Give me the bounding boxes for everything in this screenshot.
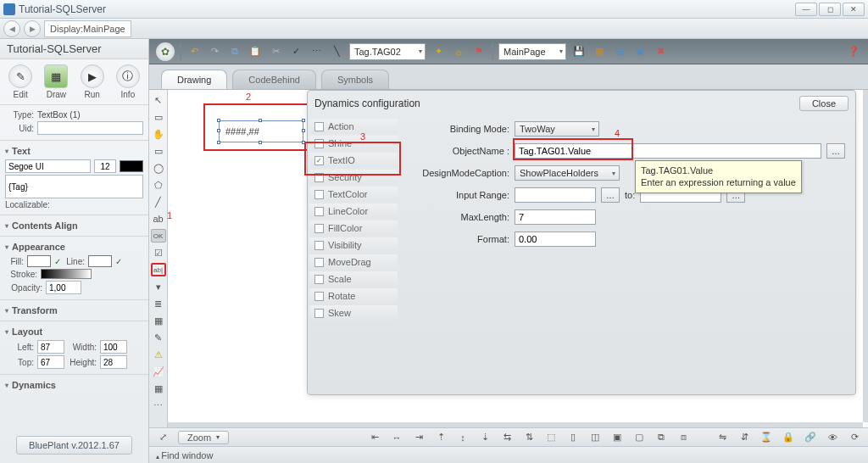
tab-symbols[interactable]: Symbols <box>321 70 389 89</box>
tag-expr-input[interactable] <box>5 175 143 198</box>
dialog-close-button[interactable]: Close <box>799 96 849 111</box>
font-color-swatch[interactable] <box>120 160 143 172</box>
edit-mode-button[interactable]: ✎Edit <box>8 64 32 99</box>
undo-button[interactable]: ↶ <box>186 44 202 59</box>
line-swatch[interactable] <box>88 255 112 267</box>
format-input[interactable] <box>515 232 596 247</box>
same-width-icon[interactable]: ⬚ <box>544 431 558 444</box>
fill-swatch[interactable] <box>27 255 51 267</box>
dots-button[interactable]: ⋯ <box>309 44 324 59</box>
ungroup-icon[interactable]: ⧈ <box>676 431 690 444</box>
close-button[interactable]: ✕ <box>843 3 865 16</box>
hourglass-icon[interactable]: ⌛ <box>760 431 773 444</box>
grid-tool[interactable]: ▦ <box>151 382 166 395</box>
send-back-icon[interactable]: ▢ <box>632 431 646 444</box>
button-tool[interactable]: OK <box>151 229 166 243</box>
range-from-input[interactable] <box>515 187 596 203</box>
grid-button[interactable]: ▦ <box>592 44 607 59</box>
copy-button[interactable]: ⧉ <box>227 44 242 59</box>
check-button[interactable]: ✓ <box>288 44 303 59</box>
dynamics-head[interactable]: Dynamics <box>5 378 143 392</box>
layout-head[interactable]: Layout <box>5 325 143 338</box>
delete-button[interactable]: ✖ <box>653 44 668 59</box>
list-tool[interactable]: ≣ <box>151 297 166 310</box>
find-bar[interactable]: Find window <box>149 446 868 463</box>
screen-icon[interactable]: ▣ <box>632 44 648 59</box>
canvas-scroll-horizontal[interactable] <box>168 422 863 427</box>
canvas-scroll-vertical[interactable] <box>863 90 868 422</box>
height-input[interactable] <box>100 355 127 369</box>
dyn-visibility[interactable]: Visibility <box>309 237 398 253</box>
hand-tool[interactable]: ✋ <box>151 127 166 141</box>
left-input[interactable] <box>37 340 64 354</box>
uid-input[interactable] <box>37 121 143 135</box>
pen-tool[interactable]: ✎ <box>151 331 166 344</box>
label-tool[interactable]: ab <box>151 212 166 226</box>
dyn-movedrag[interactable]: MoveDrag <box>309 254 398 270</box>
dyn-fillcolor[interactable]: FillColor <box>309 220 398 236</box>
flip-h-icon[interactable]: ⇋ <box>715 431 729 444</box>
tab-codebehind[interactable]: CodeBehind <box>232 70 316 89</box>
dyn-textcolor[interactable]: TextColor <box>309 187 398 202</box>
fontsize-input[interactable] <box>94 159 116 173</box>
run-mode-button[interactable]: ▶Run <box>81 64 104 99</box>
appearance-head[interactable]: Appearance <box>5 240 143 254</box>
opacity-input[interactable] <box>46 281 81 294</box>
dyn-skew[interactable]: Skew <box>309 305 398 321</box>
design-caption-select[interactable]: ShowPlaceHolders <box>515 165 620 181</box>
breadcrumb[interactable]: Display:MainPage <box>44 20 131 37</box>
combo-tool[interactable]: ▾ <box>151 280 166 293</box>
line-tool[interactable]: ╱ <box>151 195 166 209</box>
dyn-rotate[interactable]: Rotate <box>309 288 398 304</box>
page-dropdown[interactable]: MainPage <box>498 43 566 60</box>
paste-button[interactable]: 📋 <box>248 44 263 59</box>
draw-mode-button[interactable]: ▦Draw <box>44 64 68 99</box>
align-top-icon[interactable]: ⇡ <box>434 431 448 444</box>
page-icon[interactable]: ▤ <box>612 44 627 59</box>
nav-back-button[interactable]: ◀ <box>3 20 20 37</box>
image-tool[interactable]: ▦ <box>151 314 166 327</box>
align-bottom-icon[interactable]: ⇣ <box>478 431 492 444</box>
minimize-button[interactable]: — <box>795 3 817 16</box>
binding-mode-select[interactable]: TwoWay <box>515 121 599 137</box>
chart-tool[interactable]: 📈 <box>151 365 166 378</box>
maximize-button[interactable]: ◻ <box>819 3 841 16</box>
checkbox-tool[interactable]: ☑ <box>151 246 166 259</box>
pointer-tool[interactable]: ↖ <box>151 93 166 107</box>
flip-v-icon[interactable]: ⇵ <box>737 431 751 444</box>
misc-tool[interactable]: ⋯ <box>151 399 166 412</box>
polygon-tool[interactable]: ⬠ <box>151 178 166 192</box>
align-center-h-icon[interactable]: ↔ <box>390 431 403 444</box>
tag-dropdown[interactable]: Tag.TAG02 <box>349 43 426 60</box>
maxlength-input[interactable] <box>515 209 596 225</box>
object-browse-button[interactable]: … <box>826 143 845 159</box>
range-from-browse[interactable]: … <box>601 187 620 203</box>
transform-head[interactable]: Transform <box>5 304 143 317</box>
same-size-icon[interactable]: ◫ <box>588 431 602 444</box>
zoom-button[interactable]: Zoom▾ <box>178 431 229 444</box>
info-button[interactable]: ⓘInfo <box>116 64 140 99</box>
align-left-icon[interactable]: ⇤ <box>368 431 381 444</box>
save-button[interactable]: 💾 <box>571 44 587 59</box>
star-button[interactable]: ✦ <box>431 44 446 59</box>
text-group-head[interactable]: Text <box>5 144 143 158</box>
cut-button[interactable]: ✂ <box>268 44 283 59</box>
wand-button[interactable]: ╲ <box>329 44 344 59</box>
same-height-icon[interactable]: ▯ <box>566 431 580 444</box>
dyn-linecolor[interactable]: LineColor <box>309 204 398 219</box>
select-tool[interactable]: ▭ <box>151 110 166 124</box>
bulb-button[interactable]: ☼ <box>451 44 466 59</box>
dist-v-icon[interactable]: ⇅ <box>522 431 536 444</box>
lock-icon[interactable]: 🔒 <box>782 431 795 444</box>
tab-drawing[interactable]: Drawing <box>161 70 227 89</box>
align-right-icon[interactable]: ⇥ <box>412 431 426 444</box>
group-icon[interactable]: ⧉ <box>654 431 668 444</box>
rect-tool[interactable]: ▭ <box>151 144 166 158</box>
contents-align-head[interactable]: Contents Align <box>5 219 143 232</box>
eye-icon[interactable]: 👁 <box>826 431 839 444</box>
nav-forward-button[interactable]: ▶ <box>24 20 41 37</box>
help-button[interactable]: ❓ <box>846 44 861 59</box>
align-middle-icon[interactable]: ↕ <box>456 431 470 444</box>
font-input[interactable] <box>5 159 91 173</box>
zoom-expand-icon[interactable]: ⤢ <box>156 431 170 444</box>
